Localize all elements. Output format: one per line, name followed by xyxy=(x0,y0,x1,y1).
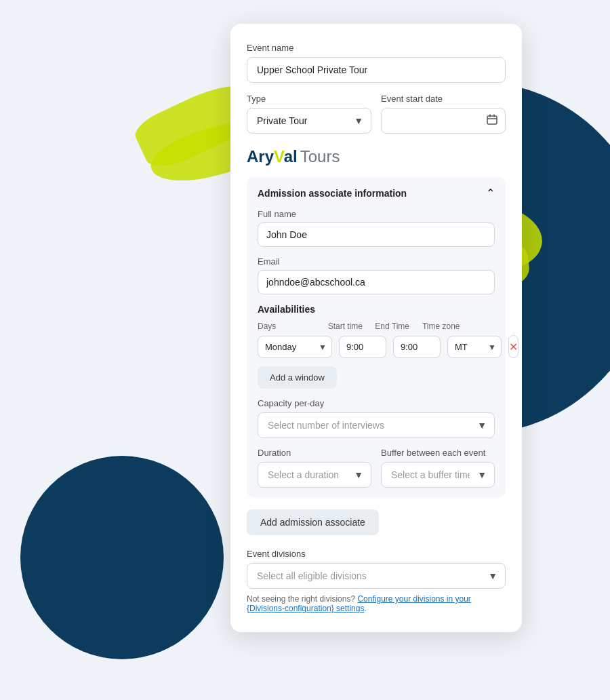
type-label: Type xyxy=(247,94,371,104)
email-input[interactable] xyxy=(258,270,495,294)
availabilities-section: Availabilities Days Start time End Time … xyxy=(258,304,495,389)
logo-v: V xyxy=(274,147,284,166)
type-group: Type Private Tour ▼ xyxy=(247,94,371,134)
day-select[interactable]: Monday Tuesday Wednesday Thursday Friday xyxy=(258,336,332,358)
buffer-select-wrapper: Select a buffer time 5 min 10 min 15 min… xyxy=(381,462,495,488)
remove-window-button[interactable]: ✕ xyxy=(508,335,518,358)
logo-tours: Tours xyxy=(300,147,340,166)
divisions-label: Event divisions xyxy=(247,549,506,559)
event-name-group: Event name xyxy=(247,43,506,83)
logo-al: al xyxy=(284,147,298,166)
logo: AryValTours xyxy=(247,147,340,166)
event-name-input[interactable] xyxy=(247,57,506,83)
start-time-col-label: Start time xyxy=(328,322,369,331)
day-select-wrapper: Monday Tuesday Wednesday Thursday Friday… xyxy=(258,336,332,358)
accordion-title: Admission associate information xyxy=(258,188,407,199)
event-name-label: Event name xyxy=(247,43,506,53)
end-time-col-label: End Time xyxy=(375,322,415,331)
calendar-icon xyxy=(487,114,497,128)
timezone-col-label: Time zone xyxy=(422,322,468,331)
avail-header-row: Days Start time End Time Time zone xyxy=(258,322,495,331)
main-card: Event name Type Private Tour ▼ Event sta… xyxy=(230,24,522,632)
add-admission-associate-button[interactable]: Add admission associate xyxy=(247,509,379,535)
buffer-group: Buffer between each event Select a buffe… xyxy=(381,448,495,488)
capacity-select[interactable]: Select number of interviews 1 2 3 4 5 xyxy=(258,412,495,438)
background-circle-small xyxy=(20,456,224,659)
divisions-section: Event divisions Select all eligible divi… xyxy=(247,549,506,613)
duration-select[interactable]: Select a duration 15 min 30 min 45 min 6… xyxy=(258,462,371,488)
event-start-date-label: Event start date xyxy=(381,94,506,104)
full-name-label: Full name xyxy=(258,209,495,219)
buffer-select[interactable]: Select a buffer time 5 min 10 min 15 min… xyxy=(381,462,495,488)
days-col-label: Days xyxy=(258,322,321,331)
buffer-label: Buffer between each event xyxy=(381,448,495,458)
divisions-select[interactable]: Select all eligible divisions xyxy=(247,563,506,589)
capacity-section: Capacity per-day Select number of interv… xyxy=(258,398,495,438)
divisions-select-wrapper: Select all eligible divisions ▼ xyxy=(247,563,506,589)
duration-select-wrapper: Select a duration 15 min 30 min 45 min 6… xyxy=(258,462,371,488)
duration-buffer-row: Duration Select a duration 15 min 30 min… xyxy=(258,448,495,488)
duration-label: Duration xyxy=(258,448,371,458)
email-label: Email xyxy=(258,256,495,267)
email-group: Email xyxy=(258,256,495,294)
type-select[interactable]: Private Tour xyxy=(247,108,371,134)
type-select-wrapper: Private Tour ▼ xyxy=(247,108,371,134)
help-text-before: Not seeing the right divisions? xyxy=(247,594,357,604)
timezone-select[interactable]: MT ET CT PT xyxy=(447,336,502,358)
full-name-input[interactable] xyxy=(258,222,495,247)
accordion-header[interactable]: Admission associate information xyxy=(258,187,495,199)
accordion-inner: Full name Email Availabilities Days Star… xyxy=(258,209,495,488)
duration-group: Duration Select a duration 15 min 30 min… xyxy=(258,448,371,488)
timezone-select-wrapper: MT ET CT PT ▼ xyxy=(447,336,502,358)
full-name-group: Full name xyxy=(258,209,495,247)
accordion-chevron-up-icon xyxy=(486,187,495,199)
logo-ary: Ary xyxy=(247,147,274,166)
type-date-row: Type Private Tour ▼ Event start date xyxy=(247,94,506,134)
date-input-wrapper xyxy=(381,108,506,134)
svg-rect-0 xyxy=(487,116,497,124)
event-start-date-group: Event start date xyxy=(381,94,506,134)
start-time-input[interactable] xyxy=(339,336,386,358)
availability-row: Monday Tuesday Wednesday Thursday Friday… xyxy=(258,335,495,358)
availabilities-label: Availabilities xyxy=(258,304,495,315)
accordion-section: Admission associate information Full nam… xyxy=(247,177,506,497)
end-time-input[interactable] xyxy=(393,336,441,358)
help-text-after: . xyxy=(364,604,366,613)
add-window-button[interactable]: Add a window xyxy=(258,366,337,389)
capacity-label: Capacity per-day xyxy=(258,398,495,408)
logo-section: AryValTours xyxy=(247,147,506,166)
add-associate-wrapper: Add admission associate xyxy=(247,497,506,535)
capacity-select-wrapper: Select number of interviews 1 2 3 4 5 ▼ xyxy=(258,412,495,438)
divisions-help-text: Not seeing the right divisions? Configur… xyxy=(247,594,506,613)
